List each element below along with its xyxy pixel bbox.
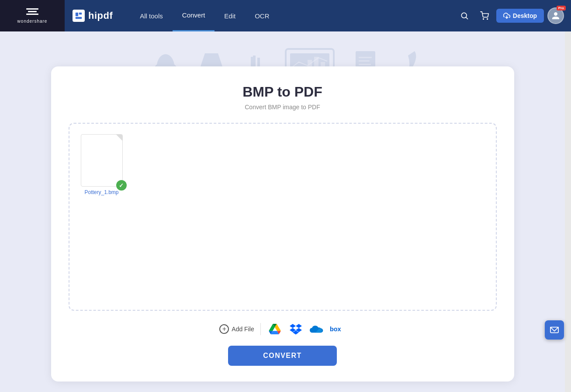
nav-right: Desktop Pro <box>456 7 571 24</box>
svg-point-5 <box>483 19 484 20</box>
svg-point-3 <box>461 13 467 18</box>
scrollbar[interactable] <box>565 0 571 392</box>
hipdf-logo[interactable]: hipdf <box>73 10 113 22</box>
svg-rect-0 <box>76 13 78 16</box>
svg-line-4 <box>466 17 468 19</box>
dropbox-button[interactable] <box>288 321 304 337</box>
cloud-icons: box <box>267 321 346 337</box>
hipdf-logo-icon <box>73 10 85 22</box>
file-thumbnail: ✓ <box>81 134 123 187</box>
box-button[interactable]: box <box>330 321 346 337</box>
convert-button[interactable]: CONVERT <box>228 346 337 366</box>
add-icon: + <box>219 324 229 334</box>
file-name: Pottery_1.bmp <box>84 189 118 195</box>
navbar: wondershare hipdf All tools Convert Edit… <box>0 0 571 31</box>
wondershare-label: wondershare <box>17 19 48 24</box>
wondershare-brand[interactable]: wondershare <box>0 0 65 31</box>
page-title: BMP to PDF <box>242 84 322 100</box>
avatar-wrap[interactable]: Pro <box>547 7 564 24</box>
cart-button[interactable] <box>476 7 493 24</box>
desktop-label: Desktop <box>513 12 537 19</box>
svg-text:box: box <box>330 326 341 333</box>
page-subtitle: Convert BMP image to PDF <box>245 104 320 111</box>
file-check-icon: ✓ <box>116 180 127 191</box>
search-button[interactable] <box>456 7 473 24</box>
svg-rect-1 <box>79 13 82 15</box>
nav-ocr[interactable]: OCR <box>245 0 279 31</box>
onedrive-button[interactable] <box>309 321 325 337</box>
svg-point-6 <box>487 19 488 20</box>
nav-all-tools[interactable]: All tools <box>130 0 173 31</box>
add-file-button[interactable]: + Add File <box>219 324 254 334</box>
nav-convert[interactable]: Convert <box>173 0 215 31</box>
nav-links: All tools Convert Edit OCR <box>130 0 279 31</box>
google-drive-button[interactable] <box>267 321 283 337</box>
file-corner <box>116 135 122 141</box>
add-file-label: Add File <box>232 326 254 333</box>
wondershare-logo-icon <box>26 8 38 17</box>
svg-rect-2 <box>76 17 82 19</box>
drop-zone[interactable]: ✓ Pottery_1.bmp <box>69 123 497 311</box>
hipdf-text: hipdf <box>88 10 113 21</box>
bottom-bar: + Add File <box>69 321 497 366</box>
desktop-button[interactable]: Desktop <box>496 9 544 23</box>
main-card: BMP to PDF Convert BMP image to PDF ✓ Po… <box>51 66 514 382</box>
convert-label: CONVERT <box>263 352 302 359</box>
nav-edit[interactable]: Edit <box>215 0 245 31</box>
file-item: ✓ Pottery_1.bmp <box>80 134 124 195</box>
divider <box>260 323 261 335</box>
mail-fab-button[interactable] <box>545 320 564 340</box>
main-content: BMP to PDF Convert BMP image to PDF ✓ Po… <box>0 31 565 392</box>
add-file-row: + Add File <box>219 321 345 337</box>
pro-badge: Pro <box>557 6 566 10</box>
